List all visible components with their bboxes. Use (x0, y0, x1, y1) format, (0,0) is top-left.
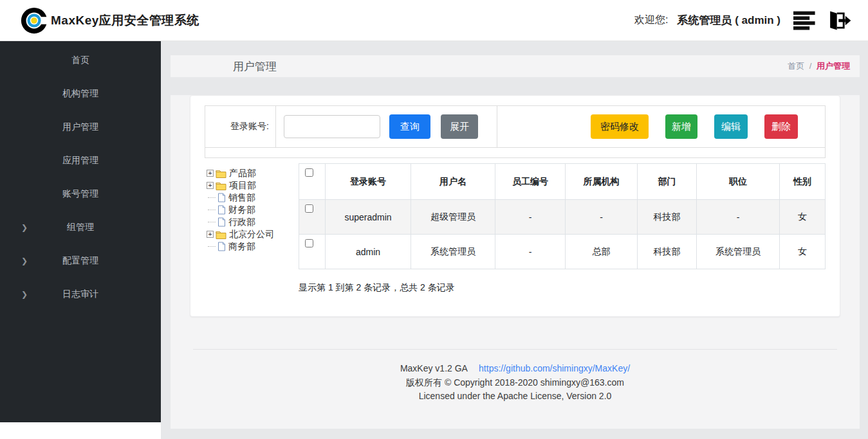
maxkey-logo-icon (19, 6, 49, 35)
breadcrumb-current: 用户管理 (817, 61, 850, 71)
sidebar-item-label: 应用管理 (62, 155, 98, 166)
search-toolbar: 登录账号: 查询 展开 密码修改 新增 编辑 删除 (205, 105, 826, 158)
users-table: 登录账号 用户名 员工编号 所属机构 部门 职位 性别 superadmin (299, 163, 826, 269)
expand-button[interactable]: 展开 (441, 114, 478, 139)
sidebar-item-label: 组管理 (67, 222, 94, 233)
file-icon (217, 205, 226, 215)
tree-node-label: 产品部 (229, 168, 256, 179)
page-title: 用户管理 (233, 59, 277, 74)
search-toolbar-footer (205, 147, 825, 157)
column-login-account: 登录账号 (326, 164, 411, 200)
tree-expand-icon[interactable]: + (207, 231, 214, 238)
cell-gender: 女 (780, 235, 826, 269)
tree-expand-icon[interactable]: + (207, 182, 214, 189)
footer-version: MaxKey v1.2 GA (400, 363, 467, 373)
tree-node-label: 商务部 (228, 241, 255, 253)
column-department: 部门 (638, 164, 697, 200)
folder-icon (216, 230, 226, 239)
login-account-input[interactable] (284, 115, 380, 138)
tree-expand-icon[interactable]: + (207, 170, 214, 177)
user-management-card: 登录账号: 查询 展开 密码修改 新增 编辑 删除 (190, 95, 840, 317)
sidebar-item-label: 账号管理 (62, 188, 98, 200)
login-account-label: 登录账号: (205, 106, 276, 147)
sidebar-item-label: 用户管理 (62, 121, 98, 133)
tree-node-finance-dept[interactable]: 财务部 (205, 204, 299, 216)
brand-title: MaxKey应用安全管理系统 (51, 12, 199, 29)
main-area: 用户管理 首页 / 用户管理 登录账号: 查询 展开 (161, 41, 868, 439)
cell-position: 系统管理员 (697, 235, 780, 269)
column-username: 用户名 (411, 164, 495, 200)
tree-node-project-dept[interactable]: + 项目部 (205, 179, 299, 192)
column-employee-no: 员工编号 (495, 164, 566, 200)
delete-button[interactable]: 删除 (764, 114, 798, 139)
current-user: 系统管理员 ( admin ) (677, 13, 780, 28)
change-password-button[interactable]: 密码修改 (591, 114, 649, 139)
table-row[interactable]: admin 系统管理员 - 总部 科技部 系统管理员 女 (299, 235, 826, 269)
tree-node-label: 项目部 (229, 180, 256, 192)
sidebar-item-account-mgmt[interactable]: 账号管理 (0, 177, 161, 211)
tree-node-beijing-branch[interactable]: + 北京分公司 (205, 228, 299, 240)
tree-connector (208, 222, 216, 222)
edit-button[interactable]: 编辑 (714, 114, 748, 139)
brand: MaxKey应用安全管理系统 (19, 6, 199, 35)
sidebar-item-label: 机构管理 (62, 88, 98, 100)
table-row[interactable]: superadmin 超级管理员 - - 科技部 - 女 (299, 200, 826, 235)
content-panel: 登录账号: 查询 展开 密码修改 新增 编辑 删除 (171, 95, 860, 429)
cell-organization: 总部 (566, 235, 638, 269)
sidebar-item-log-audit[interactable]: ❯ 日志审计 (0, 278, 161, 311)
logout-icon[interactable] (824, 9, 851, 32)
tree-node-business-dept[interactable]: 商务部 (205, 240, 299, 253)
tree-connector (208, 246, 216, 247)
sidebar-item-group-mgmt[interactable]: ❯ 组管理 (0, 211, 161, 244)
file-icon (217, 217, 226, 227)
tree-node-product-dept[interactable]: + 产品部 (205, 167, 299, 179)
footer-license: Licensed under the Apache License, Versi… (171, 390, 860, 404)
sidebar-item-user-mgmt[interactable]: 用户管理 (0, 111, 161, 144)
tree-node-label: 财务部 (228, 204, 255, 216)
file-icon (217, 193, 226, 202)
tree-node-label: 行政部 (228, 217, 255, 228)
row-checkbox[interactable] (305, 239, 313, 247)
breadcrumb-separator: / (809, 61, 812, 71)
chevron-right-icon: ❯ (21, 223, 28, 232)
users-table-area: 登录账号 用户名 员工编号 所属机构 部门 职位 性别 superadmin (299, 163, 826, 294)
cell-employee-no: - (495, 200, 566, 235)
sidebar-item-home[interactable]: 首页 (0, 44, 161, 77)
sidebar-item-label: 配置管理 (62, 255, 98, 267)
folder-icon (216, 181, 226, 190)
tree-node-label: 销售部 (228, 192, 255, 204)
github-link[interactable]: https://github.com/shimingxy/MaxKey/ (479, 363, 630, 373)
tree-node-sales-dept[interactable]: 销售部 (205, 192, 299, 204)
folder-icon (216, 169, 226, 178)
cell-department: 科技部 (638, 235, 697, 269)
sidebar-item-config-mgmt[interactable]: ❯ 配置管理 (0, 244, 161, 278)
query-button[interactable]: 查询 (389, 114, 430, 139)
footer: MaxKey v1.2 GA https://github.com/shimin… (171, 350, 860, 404)
breadcrumb-home-link[interactable]: 首页 (788, 61, 804, 71)
sidebar-item-org-mgmt[interactable]: 机构管理 (0, 77, 161, 111)
header-right: 欢迎您: 系统管理员 ( admin ) (634, 9, 851, 32)
select-all-checkbox[interactable] (305, 168, 313, 177)
cell-username: 系统管理员 (411, 235, 495, 269)
footer-version-line: MaxKey v1.2 GA https://github.com/shimin… (171, 362, 860, 376)
sidebar-item-label: 日志审计 (62, 289, 98, 300)
tree-node-admin-dept[interactable]: 行政部 (205, 216, 299, 228)
cell-login-account: superadmin (326, 200, 411, 235)
cell-position: - (697, 200, 780, 235)
menu-list-icon[interactable] (793, 10, 817, 31)
cell-gender: 女 (780, 200, 826, 235)
sidebar-item-label: 首页 (71, 55, 89, 66)
cell-login-account: admin (326, 235, 411, 269)
cell-organization: - (566, 200, 638, 235)
tree-connector (208, 197, 216, 198)
chevron-right-icon: ❯ (21, 256, 28, 265)
table-header-row: 登录账号 用户名 员工编号 所属机构 部门 职位 性别 (299, 164, 826, 200)
records-summary: 显示第 1 到第 2 条记录，总共 2 条记录 (299, 282, 826, 294)
breadcrumb: 首页 / 用户管理 (788, 60, 850, 72)
chevron-right-icon: ❯ (21, 290, 28, 299)
column-gender: 性别 (780, 164, 826, 200)
add-button[interactable]: 新增 (665, 114, 697, 139)
sidebar-item-app-mgmt[interactable]: 应用管理 (0, 144, 161, 177)
row-checkbox[interactable] (305, 204, 313, 213)
cell-department: 科技部 (638, 200, 697, 235)
